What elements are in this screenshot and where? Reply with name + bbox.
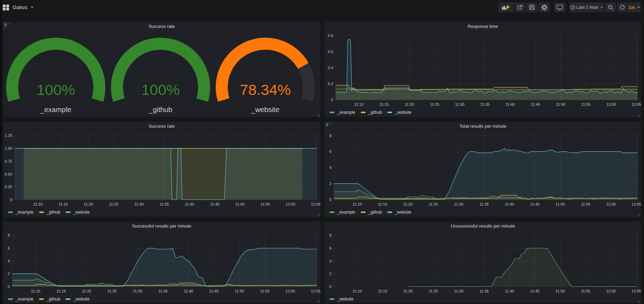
chevron-down-icon: [637, 7, 640, 8]
cycle-view-button[interactable]: [554, 2, 565, 12]
panel-response-time-1: Response time00.20.40.60.811:1011:1511:2…: [324, 22, 641, 117]
x-tick-label: 11:55: [261, 202, 270, 206]
x-tick-label: 11:20: [84, 202, 93, 206]
panel-resize-handle[interactable]: [317, 114, 320, 116]
x-tick-label: 11:55: [581, 289, 590, 293]
x-tick-label: 12:00: [606, 202, 616, 206]
add-panel-button[interactable]: [498, 2, 513, 12]
panel-title[interactable]: Successful results per minute: [3, 222, 320, 230]
legend-item-github[interactable]: _github: [39, 210, 60, 215]
legend-label: _website: [337, 297, 353, 302]
gauge-github: 100%_github: [108, 22, 213, 117]
panel-resize-handle[interactable]: [317, 214, 320, 216]
legend-item-example[interactable]: _example: [330, 210, 355, 215]
y-tick-label: 0.25: [5, 185, 12, 189]
x-tick-label: 11:25: [430, 102, 439, 106]
legend-swatch-website: [387, 112, 392, 113]
info-icon: i: [5, 22, 6, 27]
x-tick-label: 11:15: [57, 289, 66, 293]
panel-info-corner[interactable]: i: [325, 122, 334, 131]
legend-item-website[interactable]: _website: [330, 297, 353, 302]
x-tick-label: 12:00: [606, 102, 616, 106]
magnifier-minus-icon: [608, 5, 614, 10]
panel-resize-handle[interactable]: [638, 300, 640, 302]
x-tick-label: 11:35: [160, 202, 169, 206]
time-range-label: Last 1 hour: [577, 5, 599, 10]
refresh-button[interactable]: [617, 2, 628, 12]
panel-title[interactable]: Unsuccessful results per minute: [325, 222, 641, 230]
panel-title[interactable]: Response time: [325, 22, 641, 30]
chart-response-time[interactable]: 00.20.40.60.811:1011:1511:2011:2511:3011…: [325, 22, 642, 118]
chart-total-results-per-minute[interactable]: 0246811:1011:1511:2011:2511:3011:3511:40…: [325, 122, 642, 217]
x-tick-label: 11:15: [379, 102, 389, 106]
x-tick-label: 11:45: [209, 289, 219, 293]
gauge-value: 78.34%: [240, 81, 291, 98]
x-tick-label: 12:05: [631, 202, 641, 206]
legend-label: _github: [46, 297, 60, 302]
legend-item-website[interactable]: _website: [387, 110, 411, 115]
series-area-website: [12, 248, 317, 287]
x-tick-label: 12:05: [631, 102, 641, 106]
legend-item-website[interactable]: _website: [66, 297, 89, 302]
refresh-interval-picker[interactable]: 1m: [628, 2, 641, 12]
legend-label: _website: [73, 297, 89, 302]
panel-successful-results-per-minute-4: Successful results per minute0246811:101…: [3, 221, 321, 303]
share-button[interactable]: [514, 2, 525, 12]
panel-unsuccessful-results-per-minute-5: Unsuccessful results per minute0246811:1…: [324, 221, 641, 303]
legend-label: _website: [73, 210, 89, 215]
x-tick-label: 11:40: [185, 202, 194, 206]
panel-title[interactable]: Success rate: [3, 122, 320, 130]
panel-title[interactable]: Success rate: [3, 22, 320, 30]
y-tick-label: 1.25: [5, 133, 12, 138]
legend-swatch-website: [387, 212, 392, 213]
x-tick-label: 11:45: [210, 202, 219, 206]
x-tick-label: 11:50: [556, 202, 565, 206]
gauge-website: 78.34%_website: [213, 22, 317, 117]
x-tick-label: 11:20: [82, 289, 92, 293]
y-tick-label: 6: [8, 246, 10, 250]
y-tick-label: 6: [329, 246, 331, 250]
legend-item-github[interactable]: _github: [39, 297, 60, 302]
time-range-picker[interactable]: Last 1 hour: [570, 2, 604, 12]
legend-item-website[interactable]: _website: [387, 210, 411, 215]
panel-info-corner[interactable]: i: [3, 22, 12, 31]
legend-swatch-website: [66, 298, 71, 300]
chart-unsuccessful-results-per-minute[interactable]: 0246811:1011:1511:2011:2511:3011:3511:40…: [325, 222, 642, 304]
legend-item-example[interactable]: _example: [330, 110, 355, 115]
settings-button[interactable]: [539, 2, 550, 12]
x-tick-label: 11:30: [454, 202, 463, 206]
y-tick-label: 2: [8, 272, 10, 276]
x-tick-label: 11:50: [556, 102, 565, 106]
chart-success-rate[interactable]: 00.250.500.751.001.2511:1011:1511:2011:2…: [3, 122, 321, 217]
x-tick-label: 12:00: [285, 289, 295, 293]
panel-resize-handle[interactable]: [638, 214, 640, 216]
panel-title[interactable]: Total results per minute: [325, 122, 641, 130]
share-icon: [517, 5, 523, 10]
legend-item-github[interactable]: _github: [361, 210, 382, 215]
panel-resize-handle[interactable]: [317, 300, 320, 302]
legend-swatch-github: [361, 112, 366, 113]
panel-resize-handle[interactable]: [638, 114, 640, 116]
save-button[interactable]: [526, 2, 537, 12]
x-tick-label: 11:40: [506, 102, 515, 106]
zoom-out-button[interactable]: [605, 2, 616, 12]
y-tick-label: 0: [331, 98, 333, 102]
legend-swatch-example: [330, 212, 335, 213]
legend-item-website[interactable]: _website: [66, 210, 89, 215]
chart-successful-results-per-minute[interactable]: 0246811:1011:1511:2011:2511:3011:3511:40…: [3, 222, 321, 304]
x-tick-label: 11:55: [581, 102, 591, 106]
x-tick-label: 11:35: [480, 102, 490, 106]
legend-label: _example: [15, 297, 34, 302]
x-tick-label: 11:35: [480, 289, 489, 293]
dashboard-title-group[interactable]: Gatus: [3, 0, 34, 15]
legend-item-github[interactable]: _github: [361, 110, 382, 115]
x-tick-label: 11:10: [352, 289, 362, 293]
legend-item-example[interactable]: _example: [8, 210, 34, 215]
legend: _example_github_website: [330, 210, 417, 215]
x-tick-label: 11:30: [133, 289, 142, 293]
x-tick-label: 11:45: [531, 102, 540, 106]
x-tick-label: 11:30: [455, 102, 464, 106]
dashboard-title[interactable]: Gatus: [13, 4, 27, 10]
y-tick-label: 0.50: [5, 172, 12, 176]
legend-item-example[interactable]: _example: [8, 297, 34, 302]
